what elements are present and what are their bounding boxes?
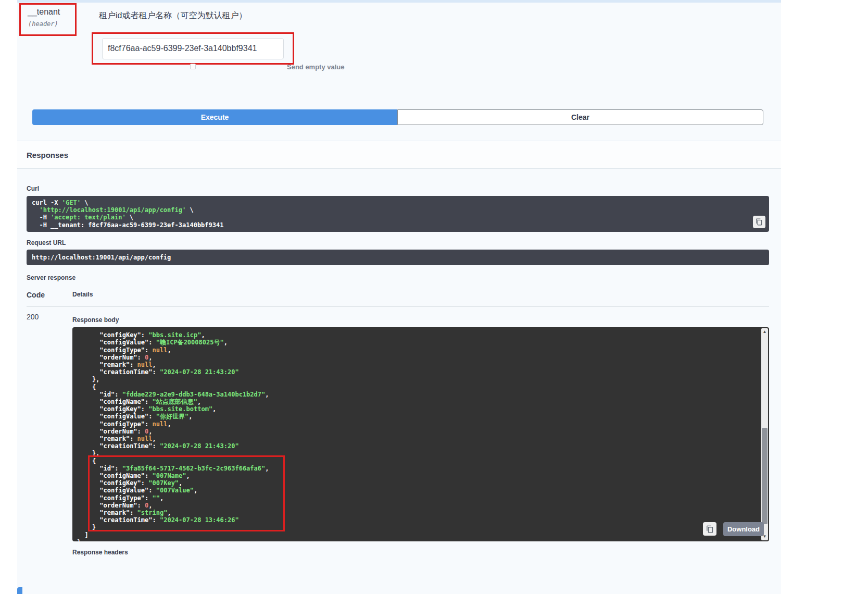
code-token: "configKey" xyxy=(77,405,141,413)
curl-label: Curl xyxy=(27,185,769,192)
code-token: "bbs.site.bottom" xyxy=(148,405,212,413)
code-token: -H __tenant: f8cf76aa-ac59-6399-23ef-3a1… xyxy=(32,221,223,229)
code-token: : xyxy=(130,361,137,368)
code-token: "configName" xyxy=(77,398,145,405)
code-line: "orderNum": 0, xyxy=(77,428,753,435)
execute-clear-row: Execute Clear xyxy=(32,109,763,125)
scrollbar[interactable]: ▲ ▼ xyxy=(761,328,768,540)
scrollbar-thumb[interactable] xyxy=(762,428,768,524)
code-line: "creationTime": "2024-07-28 21:43:20" xyxy=(77,442,753,450)
code-line: } xyxy=(77,539,753,541)
send-empty-value-checkbox[interactable] xyxy=(190,64,196,69)
code-token: ] xyxy=(77,531,89,539)
code-token: : xyxy=(141,331,148,339)
code-token: : xyxy=(148,413,156,420)
code-token: "2024-07-28 21:43:20" xyxy=(160,368,239,376)
code-token: : xyxy=(145,398,152,405)
code-token: "configValue" xyxy=(77,339,148,346)
response-body-label: Response body xyxy=(72,316,769,324)
parameter-location: (header) xyxy=(28,20,75,28)
code-token: , xyxy=(212,405,216,413)
code-token: , xyxy=(197,398,201,405)
code-token: , xyxy=(153,435,156,442)
clear-button[interactable]: Clear xyxy=(397,109,763,125)
code-token: { xyxy=(77,383,96,391)
server-response-table: Code Details 200 Response body "configKe… xyxy=(27,291,769,556)
code-token: : xyxy=(148,339,156,346)
annotation-box-tenant-input xyxy=(92,32,294,65)
code-token: "你好世界" xyxy=(156,413,188,420)
code-token: \ xyxy=(126,214,133,221)
code-token: "id" xyxy=(77,391,115,398)
code-line: "configKey": "bbs.site.icp", xyxy=(77,331,753,339)
code-token: : xyxy=(141,405,148,413)
code-token: null xyxy=(153,346,168,354)
code-token: curl -X xyxy=(32,199,62,206)
response-body-box: "configKey": "bbs.site.icp", "configValu… xyxy=(72,327,769,541)
code-token: null xyxy=(153,420,168,428)
response-headers-label: Response headers xyxy=(72,549,769,556)
code-token: "站点底部信息" xyxy=(153,398,197,405)
copy-response-button[interactable] xyxy=(703,522,716,536)
code-line: "remark": null, xyxy=(77,361,753,368)
code-token: : xyxy=(145,420,152,428)
code-token: "configType" xyxy=(77,346,145,354)
code-token: : xyxy=(137,354,145,361)
request-url-value: http://localhost:19001/api/app/config xyxy=(32,254,764,261)
code-line: { xyxy=(77,383,753,391)
code-line: "creationTime": "2024-07-28 21:43:20" xyxy=(77,368,753,376)
code-token: "configKey" xyxy=(77,331,141,339)
code-token: , xyxy=(265,391,269,398)
code-token: }, xyxy=(77,376,99,383)
request-url-box: http://localhost:19001/api/app/config xyxy=(27,250,769,265)
responses-section-header: Responses xyxy=(17,141,781,169)
code-line: "configType": null, xyxy=(77,346,753,354)
code-token: , xyxy=(224,339,228,346)
code-token: } xyxy=(77,539,81,541)
server-response-label: Server response xyxy=(27,274,769,281)
code-token: \ xyxy=(81,199,88,206)
code-token: , xyxy=(201,331,205,339)
code-line: "id": "fddae229-a2e9-ddb3-648a-3a140bc1b… xyxy=(77,391,753,398)
scrollbar-up-icon[interactable]: ▲ xyxy=(761,328,768,336)
code-line: "configValue": "赣ICP备20008025号", xyxy=(77,339,753,346)
execute-button[interactable]: Execute xyxy=(32,109,397,125)
code-line: "configValue": "你好世界", xyxy=(77,413,753,420)
section-divider xyxy=(17,0,781,3)
code-token: : xyxy=(115,391,122,398)
status-code: 200 xyxy=(27,313,72,556)
send-empty-value-label: Send empty value xyxy=(287,63,345,71)
code-token: : xyxy=(130,435,137,442)
parameter-description: 租户id或者租户名称（可空为默认租户） xyxy=(99,10,247,21)
code-token: "2024-07-28 21:43:20" xyxy=(160,442,239,450)
copy-curl-button[interactable] xyxy=(753,216,765,228)
code-token: "赣ICP备20008025号" xyxy=(156,339,224,346)
swagger-get-opblock: __tenant (header) 租户id或者租户名称（可空为默认租户） Se… xyxy=(17,0,781,594)
code-line: -H __tenant: f8cf76aa-ac59-6399-23ef-3a1… xyxy=(32,221,764,229)
code-line: ] xyxy=(77,531,753,539)
code-token: "orderNum" xyxy=(77,428,137,435)
download-button[interactable]: Download xyxy=(723,522,764,536)
request-url-label: Request URL xyxy=(27,239,769,246)
code-token: -H xyxy=(32,214,51,221)
copy-icon xyxy=(706,525,714,533)
code-line: curl -X 'GET' \ xyxy=(32,199,764,206)
code-line: "remark": null, xyxy=(77,435,753,442)
tenant-input[interactable] xyxy=(102,38,284,59)
code-token: : xyxy=(153,442,160,450)
code-column-header: Code xyxy=(27,291,72,306)
code-token: "remark" xyxy=(77,435,130,442)
code-token: "bbs.site.icp" xyxy=(148,331,201,339)
details-column-header: Details xyxy=(72,291,769,306)
code-line: }, xyxy=(77,376,753,383)
code-token: "creationTime" xyxy=(77,368,153,376)
code-token: , xyxy=(188,413,192,420)
parameter-name: __tenant xyxy=(28,7,75,17)
code-token: 'GET' xyxy=(62,199,81,206)
response-table-header: Code Details xyxy=(27,291,769,306)
code-token: null xyxy=(137,361,153,368)
response-details-cell: Response body "configKey": "bbs.site.icp… xyxy=(72,313,769,556)
code-line: "configKey": "bbs.site.bottom", xyxy=(77,405,753,413)
code-token: , xyxy=(153,361,156,368)
code-line: 'http://localhost:19001/api/app/config' … xyxy=(32,206,764,214)
